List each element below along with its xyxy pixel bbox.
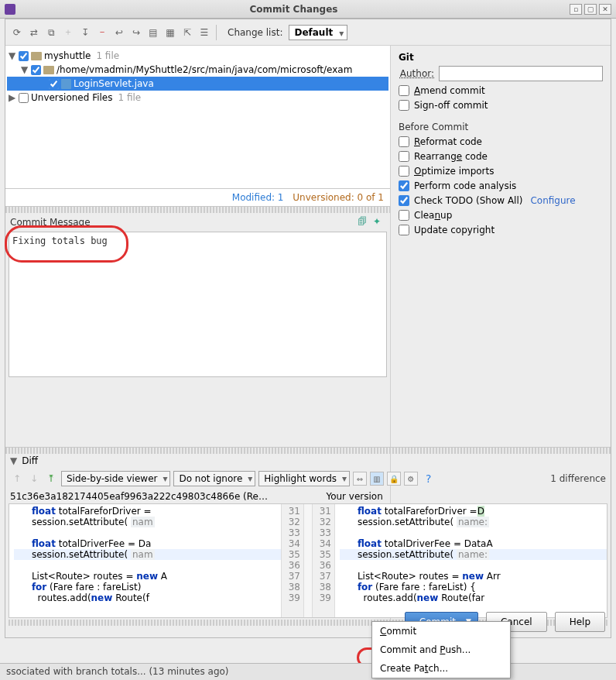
signoff-label: Sign-off commit [414,100,488,111]
rearrange-label: Rearrange code [414,151,488,162]
diff-heading: Diff [22,455,38,466]
expand-icon[interactable]: ⇱ [180,26,194,39]
chevron-down-icon[interactable]: ▼ [21,64,29,75]
tree-file-label: LoginServlet.java [74,78,154,89]
signoff-checkbox[interactable] [399,100,409,111]
tree-root-label: myshuttle [44,50,91,61]
diff-section: ▼ Diff ↑ ↓ ⤒ Side-by-side viewer Do not … [5,447,611,637]
move-icon[interactable]: ↧ [78,26,92,39]
copy-icon[interactable]: ⧉ [44,26,58,39]
commit-message-heading: Commit Message [10,217,354,228]
collapse-unchanged-icon[interactable]: ⇔ [353,472,367,486]
redo-icon[interactable]: ↪ [129,26,143,39]
diff-right-pane[interactable]: float totalFareforDriver =D session.setA… [335,504,607,617]
chevron-down-icon[interactable]: ▼ [10,455,17,466]
analysis-label: Perform code analysis [414,180,516,191]
amend-checkbox[interactable] [399,85,409,96]
before-commit-heading: Before Commit [399,122,603,132]
help-icon[interactable]: ? [426,472,431,485]
settings-icon[interactable]: ⚙ [404,472,418,486]
jump-icon[interactable]: ⤒ [44,472,58,486]
sync-icon[interactable]: ⇄ [27,26,41,39]
collapse-icon[interactable]: ▤ [146,26,160,39]
todo-checkbox[interactable] [399,195,409,206]
change-list-combo[interactable]: Default [289,25,347,40]
optimize-checkbox[interactable] [399,166,409,177]
tree-root-checkbox[interactable] [19,51,29,61]
menu-create-patch[interactable]: Create Patch... [372,659,510,678]
toolbar: ⟳ ⇄ ⧉ ＋ ↧ － ↩ ↪ ▤ ▦ ⇱ ☰ Change list: Def… [5,19,611,46]
diff-toolbar: ↑ ↓ ⤒ Side-by-side viewer Do not ignore … [5,468,611,489]
maximize-button[interactable]: ▢ [584,4,597,15]
app-icon [5,4,15,15]
java-file-icon [61,79,71,89]
chevron-down-icon[interactable]: ▼ [9,50,16,61]
folder-icon [43,66,54,74]
configure-link[interactable]: Configure [530,195,575,206]
remove-icon[interactable]: － [95,26,109,39]
menu-commit[interactable]: Commit [372,622,510,641]
diff-count: 1 difference [550,473,606,484]
next-diff-icon[interactable]: ↓ [27,472,41,486]
splitter[interactable] [5,207,390,213]
diff-left-pane[interactable]: float totalFareforDriver = session.setAt… [9,504,281,617]
highlight-combo[interactable]: Highlight words [258,471,350,486]
todo-label: Check TODO (Show All) [414,195,522,206]
cleanup-checkbox[interactable] [399,210,409,221]
tree-file-selected[interactable]: LoginServlet.java [7,77,388,91]
ignore-combo[interactable]: Do not ignore [173,471,255,486]
revert-icon[interactable]: ↩ [112,26,126,39]
refresh-icon[interactable]: ⟳ [10,26,24,39]
diff-mid-gutter [304,504,312,617]
cleanup-label: Cleanup [414,210,452,221]
change-list-label: Change list: [228,27,282,38]
help-button[interactable]: Help [555,612,605,632]
commit-dialog: ⟳ ⇄ ⧉ ＋ ↧ － ↩ ↪ ▤ ▦ ⇱ ☰ Change list: Def… [5,19,611,638]
sort-icon[interactable]: ☰ [197,26,211,39]
reformat-label: Reformat code [414,136,482,147]
diff-splitter[interactable] [5,448,611,454]
tree-path-label: /home/vmadmin/MyShuttle2/src/main/java/c… [56,64,352,75]
diff-right-gutter: 31 32 33 34 35 36 37 38 39 [312,504,335,617]
close-button[interactable]: ✕ [599,4,611,15]
emoji-icon[interactable]: ✦ [373,216,385,228]
rearrange-checkbox[interactable] [399,151,409,162]
copyright-checkbox[interactable] [399,225,409,235]
tree-unversioned-hint: 1 file [118,92,142,103]
prev-diff-icon[interactable]: ↑ [10,472,24,486]
chevron-right-icon[interactable]: ▶ [9,92,16,103]
diff-body[interactable]: float totalFareforDriver = session.setAt… [9,503,607,618]
diff-right-title: Your version [320,491,606,502]
modified-count: Modified: 1 [232,192,284,203]
add-icon[interactable]: ＋ [61,26,75,39]
status-line: Modified: 1 Unversioned: 0 of 1 [5,189,390,207]
history-icon[interactable]: 🗐 [358,216,370,228]
git-heading: Git [399,52,603,63]
tree-unversioned-checkbox[interactable] [19,93,29,103]
commit-message-input[interactable]: Fixing totals bug [9,232,387,377]
menu-commit-and-push[interactable]: Commit and Push... [372,641,510,659]
reformat-checkbox[interactable] [399,136,409,147]
tree-unversioned-label: Unversioned Files [31,92,113,103]
folder-icon [31,52,42,60]
tree-unversioned[interactable]: ▶ Unversioned Files 1 file [7,91,388,105]
analysis-checkbox[interactable] [399,180,409,191]
tree-root-hint: 1 file [96,50,119,61]
viewer-combo[interactable]: Side-by-side viewer [61,471,170,486]
sync-scroll-icon[interactable]: ▥ [370,472,384,486]
author-input[interactable] [439,66,603,81]
group-icon[interactable]: ▦ [163,26,177,39]
tree-root[interactable]: ▼ myshuttle 1 file [7,49,388,63]
tree-file-checkbox[interactable] [49,79,59,89]
tree-path-checkbox[interactable] [31,65,41,75]
copyright-label: Update copyright [414,225,495,235]
status-bar: ssociated with branch totals... (13 minu… [0,663,616,680]
window-title: Commit Changes [20,4,567,15]
minimize-button[interactable]: ▫ [570,4,582,15]
lock-icon[interactable]: 🔒 [387,472,401,486]
optimize-label: Optimize imports [414,166,495,177]
diff-left-title: 51c36e3a182174405eaf9963a222c49803c4866e… [10,491,320,502]
tree-path[interactable]: ▼ /home/vmadmin/MyShuttle2/src/main/java… [7,63,388,77]
titlebar: Commit Changes ▫ ▢ ✕ [0,0,616,19]
file-tree[interactable]: ▼ myshuttle 1 file ▼ /home/vmadmin/MyShu… [5,46,390,189]
